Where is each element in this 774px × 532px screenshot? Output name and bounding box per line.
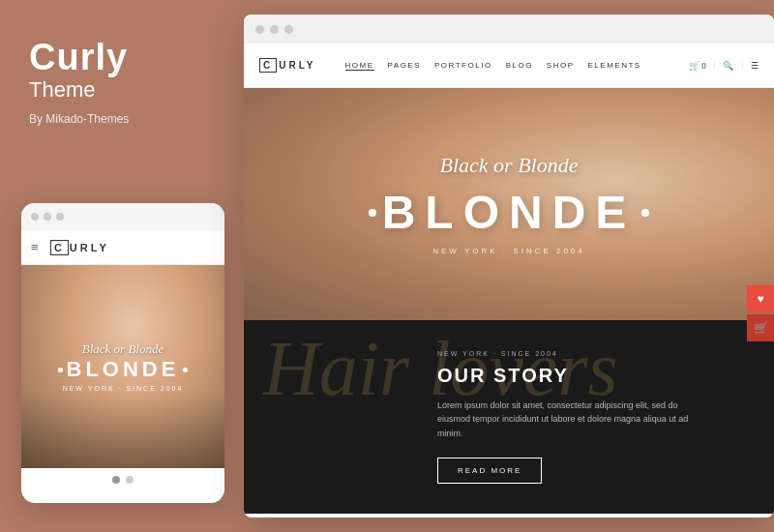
desktop-top-bar: [244, 15, 774, 44]
mobile-hero-overlay: [21, 391, 224, 468]
mobile-preview: ≡ CURLY Black or Blonde BLONDE NEW YORK …: [21, 203, 224, 503]
mobile-hero-text: Black or Blonde BLONDE NEW YORK · SINCE …: [58, 341, 189, 392]
desktop-story-section: Hair lovers NEW YORK · SINCE 2004 OUR ST…: [244, 320, 774, 514]
desktop-logo-bracket: C: [259, 58, 277, 73]
indicator-1: [112, 476, 120, 484]
mobile-dot-left: [58, 368, 63, 372]
desktop-nav-icons: 🛒 0 | 🔍 | ☰: [689, 61, 759, 71]
nav-link-portfolio[interactable]: PORTFOLIO: [434, 61, 492, 71]
blonde-dot-right: [641, 209, 649, 217]
desktop-hero: Black or Blonde BLONDE NEW YORK · SINCE …: [244, 88, 774, 320]
nav-link-elements[interactable]: ELEMENTS: [588, 61, 641, 71]
story-title: OUR STORY: [437, 365, 708, 387]
desktop-dot-3: [284, 25, 293, 34]
mobile-indicators: [21, 468, 224, 491]
brand-subtitle: Theme: [29, 77, 95, 103]
nav-link-home[interactable]: HOME: [345, 61, 374, 71]
mobile-logo: CURLY: [50, 242, 109, 253]
story-body: Lorem ipsum dolor sit amet, consectetur …: [437, 399, 708, 440]
mobile-nav: ≡ CURLY: [21, 230, 224, 265]
mobile-hero-script: Black or Blonde: [58, 341, 189, 357]
story-content: NEW YORK · SINCE 2004 OUR STORY Lorem ip…: [244, 320, 757, 514]
desktop-nav: CURLY HOME PAGES PORTFOLIO BLOG SHOP ELE…: [244, 44, 774, 88]
cart-icon[interactable]: 🛒 0: [689, 61, 706, 71]
story-eyebrow: NEW YORK · SINCE 2004: [437, 350, 708, 357]
mobile-hero: Black or Blonde BLONDE NEW YORK · SINCE …: [21, 265, 224, 468]
brand-author: By Mikado-Themes: [29, 112, 129, 126]
mobile-dot-1: [31, 213, 39, 221]
desktop-preview: CURLY HOME PAGES PORTFOLIO BLOG SHOP ELE…: [244, 15, 774, 517]
desktop-hero-title: BLONDE: [369, 186, 650, 239]
mobile-dot-2: [44, 213, 51, 221]
mobile-dot-right: [183, 368, 188, 372]
nav-link-pages[interactable]: PAGES: [388, 61, 421, 71]
mobile-dot-3: [56, 213, 64, 221]
mobile-hero-tagline: NEW YORK · SINCE 2004: [58, 385, 189, 392]
desktop-hero-script: Black or Blonde: [440, 153, 579, 178]
nav-link-shop[interactable]: SHOP: [547, 61, 575, 71]
blonde-dot-left: [369, 209, 376, 217]
left-panel: Curly Theme By Mikado-Themes ≡ CURLY Bla…: [0, 0, 240, 532]
indicator-2: [126, 476, 134, 484]
search-icon[interactable]: 🔍: [723, 61, 733, 71]
desktop-dot-1: [255, 25, 264, 34]
mobile-hero-title: BLONDE: [58, 357, 189, 382]
read-more-button[interactable]: READ MORE: [437, 458, 542, 484]
mobile-top-bar: [21, 203, 224, 230]
desktop-hero-content: Black or Blonde BLONDE NEW YORK · SINCE …: [244, 88, 774, 320]
desktop-logo: CURLY: [259, 58, 316, 73]
nav-link-blog[interactable]: BLOG: [506, 61, 533, 71]
desktop-dot-2: [270, 25, 279, 34]
hamburger-icon: ≡: [31, 240, 39, 255]
brand-title: Curly: [29, 39, 128, 75]
mobile-logo-bracket: C: [50, 240, 69, 255]
menu-icon[interactable]: ☰: [751, 61, 759, 71]
desktop-nav-links: HOME PAGES PORTFOLIO BLOG SHOP ELEMENTS: [345, 61, 641, 71]
desktop-hero-tagline: NEW YORK · SINCE 2004: [432, 247, 585, 255]
